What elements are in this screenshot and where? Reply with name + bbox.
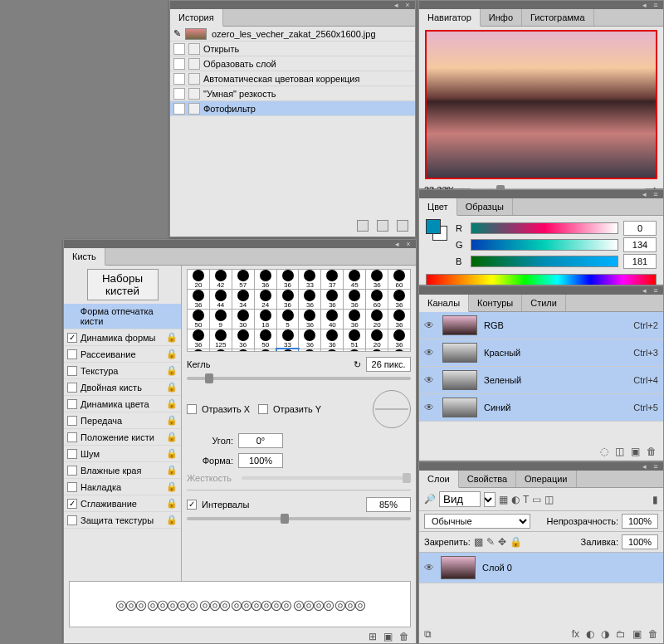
brush-presets-button[interactable]: Наборы кистей — [87, 269, 159, 300]
brush-tip[interactable]: 27 — [210, 349, 232, 352]
channel-row[interactable]: 👁КрасныйCtrl+3 — [419, 339, 663, 367]
layer-kind-input[interactable] — [439, 491, 481, 507]
brush-tip[interactable]: 60 — [388, 270, 410, 289]
trash-icon[interactable]: 🗑 — [648, 628, 658, 640]
brush-tip[interactable]: 34 — [232, 290, 254, 309]
section-checkbox[interactable] — [67, 482, 77, 492]
new-channel-icon[interactable]: ▣ — [631, 446, 640, 457]
flip-icon[interactable]: ↻ — [354, 359, 361, 370]
tab-history[interactable]: История — [170, 9, 223, 27]
b-slider[interactable] — [471, 256, 618, 267]
tab-info[interactable]: Инфо — [481, 9, 522, 26]
channel-row[interactable]: 👁RGBCtrl+2 — [419, 312, 663, 339]
filter-smart-icon[interactable]: ◫ — [544, 494, 554, 505]
tab-styles[interactable]: Стили — [522, 295, 566, 311]
foreground-swatch[interactable] — [426, 219, 441, 234]
camera-icon[interactable] — [377, 220, 388, 232]
mask-icon[interactable]: ◐ — [586, 628, 594, 640]
flip-x-checkbox[interactable] — [187, 404, 197, 414]
channel-row[interactable]: 👁СинийCtrl+5 — [419, 394, 663, 422]
history-step[interactable]: Фотофильтр — [170, 101, 415, 116]
brush-tip[interactable]: 5 — [277, 310, 299, 329]
step-toggle[interactable] — [173, 43, 185, 55]
tab-channels[interactable]: Каналы — [419, 295, 469, 312]
brush-tip[interactable]: 94 — [232, 349, 254, 352]
brush-tip[interactable]: 36 — [344, 290, 365, 309]
brush-tip[interactable]: 36 — [388, 290, 410, 309]
step-toggle[interactable] — [173, 88, 185, 100]
brush-tip[interactable]: 37 — [321, 270, 343, 289]
section-checkbox[interactable] — [67, 416, 77, 426]
opacity-input[interactable] — [622, 514, 658, 529]
collapse-icon[interactable]: ◂ — [640, 463, 648, 470]
brush-tip[interactable]: 36 — [321, 329, 343, 349]
load-selection-icon[interactable]: ◌ — [600, 446, 608, 457]
angle-compass[interactable] — [373, 390, 411, 428]
flip-y-checkbox[interactable] — [258, 404, 268, 414]
brush-tip[interactable]: 51 — [344, 349, 365, 352]
group-icon[interactable]: 🗀 — [616, 628, 626, 640]
visibility-eye-icon[interactable]: 👁 — [424, 347, 436, 359]
brush-tip[interactable]: 36 — [388, 310, 410, 329]
spacing-slider[interactable] — [187, 517, 411, 520]
layer-kind-select[interactable] — [484, 492, 496, 507]
brush-tip[interactable]: 50 — [255, 329, 276, 349]
brush-size-slider[interactable] — [187, 377, 411, 380]
create-snapshot-icon[interactable] — [357, 220, 369, 232]
collapse-icon[interactable]: ◂ — [393, 241, 401, 247]
collapse-icon[interactable]: ◂ — [640, 191, 648, 198]
spacing-input[interactable] — [366, 497, 411, 512]
brush-tip[interactable]: 36 — [188, 329, 209, 349]
brush-section-item[interactable]: Двойная кисть🔒 — [64, 379, 181, 396]
brush-section-item[interactable]: Динамика цвета🔒 — [64, 396, 181, 412]
link-icon[interactable]: ⧉ — [424, 628, 432, 640]
brush-tip[interactable]: 36 — [277, 290, 299, 309]
menu-icon[interactable]: ≡ — [652, 287, 660, 294]
tab-layers[interactable]: Слои — [419, 471, 459, 488]
tab-histogram[interactable]: Гистограмма — [522, 9, 594, 26]
brush-tip[interactable]: 36 — [299, 290, 320, 309]
brush-section-item[interactable]: Сглаживание🔒 — [64, 495, 181, 512]
section-checkbox[interactable] — [67, 432, 77, 442]
tab-brush[interactable]: Кисть — [64, 248, 105, 266]
close-icon[interactable]: × — [403, 2, 412, 8]
brush-section-item[interactable]: Накладка🔒 — [64, 479, 181, 495]
brush-tip[interactable]: 48 — [255, 349, 276, 352]
adjustment-icon[interactable]: ◑ — [601, 628, 609, 640]
section-checkbox[interactable] — [67, 449, 77, 459]
step-toggle[interactable] — [173, 58, 185, 70]
fx-icon[interactable]: fx — [572, 628, 579, 640]
brush-tip[interactable]: 26 — [277, 349, 299, 352]
brush-tip[interactable]: 36 — [299, 329, 320, 349]
channel-row[interactable]: 👁ЗеленыйCtrl+4 — [419, 367, 663, 394]
step-toggle[interactable] — [173, 103, 185, 115]
brush-section-item[interactable]: Форма отпечатка кисти — [64, 304, 181, 329]
section-checkbox[interactable] — [67, 466, 77, 476]
filter-toggle[interactable]: ▮ — [652, 494, 658, 505]
filter-shape-icon[interactable]: ▭ — [532, 494, 541, 505]
trash-icon[interactable] — [397, 220, 408, 232]
tab-paths[interactable]: Контуры — [469, 295, 522, 311]
lock-position-icon[interactable]: ✥ — [498, 536, 506, 548]
visibility-eye-icon[interactable]: 👁 — [424, 320, 436, 331]
r-slider[interactable] — [471, 222, 618, 234]
hue-strip[interactable] — [426, 274, 657, 285]
menu-icon[interactable]: ≡ — [652, 463, 660, 470]
tab-properties[interactable]: Свойства — [459, 471, 516, 487]
brush-section-item[interactable]: Рассеивание🔒 — [64, 346, 181, 363]
brush-tip[interactable]: 50 — [188, 310, 209, 329]
tab-color[interactable]: Цвет — [419, 198, 457, 216]
trash-icon[interactable]: 🗑 — [647, 446, 657, 457]
section-checkbox[interactable] — [67, 383, 77, 393]
brush-tip[interactable]: 51 — [344, 329, 365, 349]
brush-tip[interactable]: 20 — [188, 270, 209, 289]
history-step[interactable]: Открыть — [170, 41, 415, 56]
brush-section-item[interactable]: Текстура🔒 — [64, 363, 181, 379]
toggle-icon[interactable]: ⊞ — [369, 631, 377, 642]
section-checkbox[interactable] — [67, 399, 77, 409]
filter-type-icon[interactable]: T — [523, 494, 529, 505]
brush-tip[interactable]: 45 — [344, 270, 365, 289]
brush-tip[interactable]: 62 — [299, 349, 320, 352]
brush-tip[interactable]: 90 — [388, 349, 410, 352]
new-preset-icon[interactable]: ▣ — [383, 631, 393, 642]
